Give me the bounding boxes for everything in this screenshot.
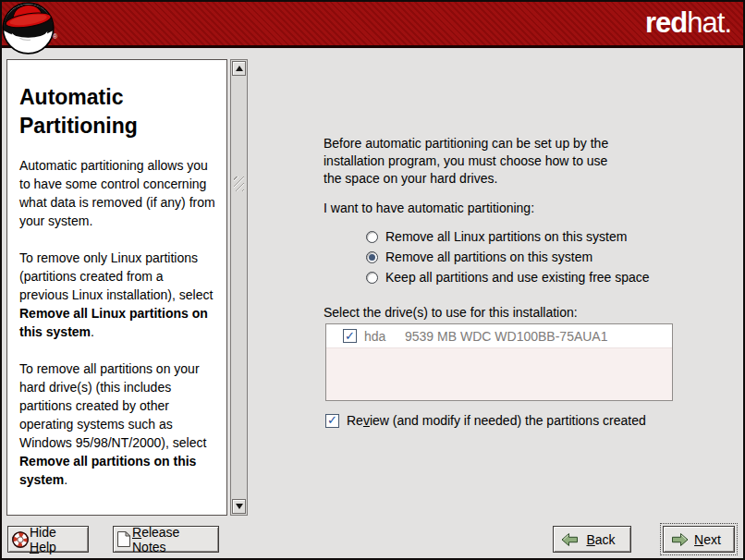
arrow-down-icon	[236, 504, 243, 509]
partitioning-radio-group: Remove all Linux partitions on this syst…	[366, 226, 650, 287]
check-icon: ✓	[345, 330, 355, 342]
help-text-bold: Remove all partitions on this system	[19, 454, 196, 487]
drive-list[interactable]: ✓ hda 9539 MB WDC WD100BB-75AUA1	[325, 323, 673, 401]
registered-trademark: ®	[53, 33, 57, 40]
redhat-wordmark: redhat.	[645, 6, 731, 41]
header-banner: redhat.	[0, 0, 745, 48]
help-text: .	[64, 472, 67, 487]
radio-option-remove-linux[interactable]: Remove all Linux partitions on this syst…	[366, 226, 650, 247]
wordmark-hat: hat	[687, 6, 724, 39]
intro-text: Before automatic partitioning can be set…	[324, 135, 608, 188]
help-paragraph: To remove all partitions on your hard dr…	[19, 359, 215, 489]
release-notes-button[interactable]: Release Notes	[113, 526, 219, 553]
arrow-right-icon	[671, 532, 689, 547]
help-paragraph: Automatic partitioning allows you to hav…	[19, 156, 215, 230]
partitioning-question-label: I want to have automatic partitioning:	[324, 201, 534, 215]
review-label: Review (and modify if needed) the partit…	[347, 413, 646, 428]
help-paragraph: To remove only Linux partitions (partiti…	[19, 249, 215, 341]
check-icon: ✓	[327, 414, 337, 426]
drive-model: WDC WD100BB-75AUA1	[460, 329, 608, 344]
radio-button[interactable]	[366, 272, 378, 284]
document-icon	[116, 530, 131, 548]
next-button[interactable]: Next	[663, 526, 735, 553]
wordmark-red: red	[645, 6, 687, 39]
radio-option-keep-all[interactable]: Keep all partitions and use existing fre…	[366, 267, 650, 287]
arrow-up-icon	[236, 66, 243, 71]
review-partitions-option[interactable]: ✓ Review (and modify if needed) the part…	[325, 413, 646, 428]
radio-option-remove-all[interactable]: Remove all partitions on this system	[366, 247, 650, 267]
hide-help-button[interactable]: Hide Help	[7, 526, 89, 553]
help-title: Automatic Partitioning	[19, 83, 215, 140]
help-scrollbar[interactable]	[230, 59, 248, 516]
help-text: To remove only Linux partitions (partiti…	[19, 250, 213, 302]
radio-label: Remove all partitions on this system	[385, 250, 592, 264]
drive-select-label: Select the drive(s) to use for this inst…	[324, 305, 578, 320]
button-label: Release Notes	[132, 525, 215, 554]
button-label: Back	[579, 532, 623, 547]
drive-size: 9539 MB	[405, 329, 460, 344]
intro-line: Before automatic partitioning can be set…	[324, 135, 608, 152]
life-ring-icon	[11, 530, 30, 549]
back-button[interactable]: Back	[553, 526, 631, 553]
intro-line: the space on your hard drives.	[324, 170, 608, 188]
help-text: .	[91, 324, 94, 339]
help-text: To remove all partitions on your hard dr…	[19, 361, 206, 450]
review-checkbox[interactable]: ✓	[325, 414, 339, 428]
help-panel: Automatic Partitioning Automatic partiti…	[6, 59, 227, 516]
intro-line: installation program, you must choose ho…	[324, 152, 608, 170]
radio-button[interactable]	[366, 251, 378, 263]
drive-row-hda[interactable]: ✓ hda 9539 MB WDC WD100BB-75AUA1	[326, 324, 672, 348]
redhat-shadowman-icon	[2, 1, 55, 56]
scroll-down-button[interactable]	[232, 499, 246, 514]
installer-window: redhat. ® Automatic Partitioning Automat…	[0, 0, 745, 560]
button-label: Next	[689, 532, 727, 547]
button-label: Hide Help	[30, 525, 85, 554]
drive-name: hda	[364, 329, 405, 344]
drive-checkbox[interactable]: ✓	[343, 329, 357, 343]
arrow-left-icon	[561, 532, 579, 547]
scrollbar-thumb-grip[interactable]	[234, 177, 244, 191]
help-text-bold: Remove all Linux partitions on this syst…	[19, 306, 208, 339]
radio-label: Keep all partitions and use existing fre…	[385, 270, 650, 285]
scroll-up-button[interactable]	[232, 61, 246, 76]
radio-button[interactable]	[366, 231, 378, 243]
wordmark-period: .	[724, 6, 731, 39]
radio-label: Remove all Linux partitions on this syst…	[385, 229, 627, 244]
